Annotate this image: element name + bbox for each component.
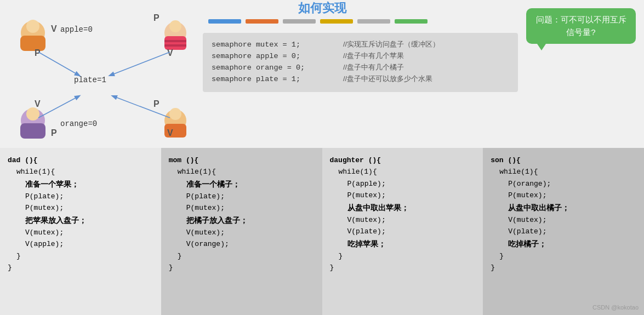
code-line-4: semaphore plate = 1; //盘子中还可以放多少个水果 [212, 74, 509, 84]
svg-text:P: P [153, 99, 159, 108]
page-title: 如何实现 [298, 0, 346, 16]
svg-text:V: V [35, 99, 41, 108]
svg-rect-10 [164, 44, 186, 47]
svg-rect-18 [20, 123, 45, 139]
svg-point-23 [169, 108, 181, 120]
svg-text:P: P [153, 13, 159, 22]
svg-line-14 [38, 52, 79, 76]
code-line-3: semaphore orange = 0; //盘子中有几个橘子 [212, 62, 509, 72]
mom-panel: mom (){ while(1){ 准备一个橘子； P(plate); P(mu… [161, 148, 322, 315]
svg-text:orange=0: orange=0 [60, 119, 97, 128]
svg-point-7 [169, 20, 181, 32]
svg-point-1 [26, 20, 39, 33]
dad-panel: dad (){ while(1){ 准备一个苹果； P(plate); P(mu… [0, 148, 161, 315]
diagram-area: V apple=0 P P V plate=1 [8, 5, 200, 142]
color-bar [208, 19, 428, 24]
svg-text:apple=0: apple=0 [60, 25, 93, 34]
color-bar-item-2 [246, 19, 278, 24]
svg-line-27 [38, 96, 79, 118]
svg-text:V: V [167, 128, 173, 138]
color-bar-item-6 [395, 19, 428, 24]
speech-bubble: 问题：可不可以不用互斥信号量? [526, 8, 636, 44]
svg-point-17 [26, 107, 39, 121]
svg-text:plate=1: plate=1 [74, 76, 106, 84]
daughter-panel: daughter (){ while(1){ P(apple); P(mutex… [322, 148, 483, 315]
svg-text:V: V [51, 24, 57, 33]
code-line-1: semaphore mutex = 1; //实现互斥访问盘子（缓冲区） [212, 39, 509, 49]
svg-rect-2 [20, 36, 45, 51]
color-bar-item-1 [208, 19, 241, 24]
bottom-section: dad (){ while(1){ 准备一个苹果； P(plate); P(mu… [0, 148, 644, 315]
svg-rect-9 [164, 40, 186, 42]
color-bar-item-3 [283, 19, 316, 24]
svg-text:P: P [51, 128, 57, 138]
code-line-2: semaphore apple = 0; //盘子中有几个苹果 [212, 51, 509, 61]
son-panel: son (){ while(1){ P(orange); P(mutex); 从… [483, 148, 644, 315]
color-bar-item-4 [320, 19, 353, 24]
watermark: CSDN @kokotao [592, 302, 639, 312]
diagram-svg: V apple=0 P P V plate=1 [8, 11, 195, 148]
top-section: 如何实现 V apple=0 P P V plate=1 [0, 0, 644, 148]
svg-line-15 [110, 52, 170, 76]
color-bar-item-5 [357, 19, 390, 24]
svg-line-28 [112, 96, 170, 118]
top-code-box: semaphore mutex = 1; //实现互斥访问盘子（缓冲区） sem… [203, 33, 518, 92]
